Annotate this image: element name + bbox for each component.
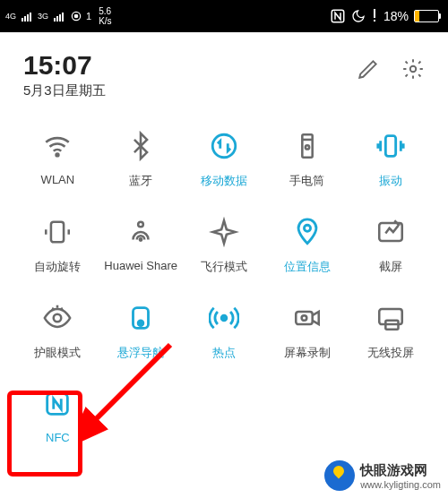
bluetooth-icon xyxy=(123,128,159,164)
svg-point-28 xyxy=(221,315,227,321)
tile-label: 移动数据 xyxy=(201,173,247,189)
tile-bluetooth[interactable]: 蓝牙 xyxy=(99,116,183,202)
gear-icon[interactable] xyxy=(401,57,425,81)
svg-rect-12 xyxy=(374,20,375,21)
svg-point-18 xyxy=(306,145,309,149)
tile-float-nav[interactable]: 悬浮导航 xyxy=(99,288,183,374)
svg-rect-3 xyxy=(30,13,31,21)
location-icon xyxy=(289,214,325,250)
nfc-tile-icon xyxy=(39,386,75,422)
svg-rect-7 xyxy=(62,13,64,21)
tile-label: 位置信息 xyxy=(284,259,331,275)
svg-rect-5 xyxy=(56,16,58,21)
svg-point-14 xyxy=(56,154,59,157)
svg-point-15 xyxy=(212,134,236,158)
tile-wlan[interactable]: WLAN xyxy=(16,116,99,202)
edit-icon[interactable] xyxy=(357,57,380,81)
svg-point-9 xyxy=(74,14,78,18)
svg-point-23 xyxy=(304,225,310,231)
vibrate-icon xyxy=(373,128,409,164)
watermark: 快眼游戏网 www.kyligting.com xyxy=(324,460,441,491)
watermark-logo-icon xyxy=(324,460,355,491)
airplane-icon xyxy=(206,214,242,250)
watermark-name: 快眼游戏网 xyxy=(360,462,427,477)
tile-label: 蓝牙 xyxy=(129,173,152,189)
panel-header: 15:07 5月3日星期五 xyxy=(16,45,432,116)
tile-wireless-cast[interactable]: 无线投屏 xyxy=(349,288,432,374)
tile-label: 护眼模式 xyxy=(34,345,81,361)
record-icon xyxy=(289,300,325,336)
tile-screenshot[interactable]: 截屏 xyxy=(349,202,432,288)
tile-label: Huawei Share xyxy=(104,259,177,272)
tile-label: 振动 xyxy=(379,173,402,189)
net-4g-label: 4G xyxy=(5,12,16,21)
svg-rect-6 xyxy=(59,14,61,21)
tile-mobile-data[interactable]: 移动数据 xyxy=(183,116,266,202)
float-nav-icon xyxy=(123,300,159,336)
tile-label: 热点 xyxy=(212,345,236,361)
battery-percent: 18% xyxy=(383,9,409,23)
tile-label: 自动旋转 xyxy=(34,259,81,275)
voice-icon xyxy=(70,10,82,22)
tile-vibrate[interactable]: 振动 xyxy=(349,116,432,202)
svg-point-22 xyxy=(138,222,143,228)
tile-hotspot[interactable]: 热点 xyxy=(183,288,266,374)
tile-label: WLAN xyxy=(41,173,75,186)
svg-rect-29 xyxy=(296,312,312,324)
tile-label: 截屏 xyxy=(379,259,402,275)
svg-point-30 xyxy=(301,315,306,321)
tile-eye-comfort[interactable]: 护眼模式 xyxy=(16,288,99,374)
tile-label: 屏幕录制 xyxy=(284,345,331,361)
tile-airplane[interactable]: 飞行模式 xyxy=(183,202,266,288)
time-date: 15:07 5月3日星期五 xyxy=(23,50,106,99)
eye-icon xyxy=(39,300,75,336)
status-bar: 4G 3G 1 5.6 K/s 18% xyxy=(0,0,448,32)
svg-point-27 xyxy=(138,321,143,326)
cast-icon xyxy=(373,300,409,336)
svg-rect-2 xyxy=(27,14,29,21)
rotate-lock-icon xyxy=(39,214,75,250)
tile-screen-record[interactable]: 屏幕录制 xyxy=(265,288,349,374)
tile-label: 悬浮导航 xyxy=(117,345,164,361)
tile-label: 无线投屏 xyxy=(367,345,414,361)
nfc-icon xyxy=(330,8,346,24)
tile-huawei-share[interactable]: Huawei Share xyxy=(99,202,183,288)
svg-rect-19 xyxy=(385,136,395,157)
quick-settings-panel: 15:07 5月3日星期五 WLAN 蓝牙 移动数据 手电筒 振动 xyxy=(5,32,443,467)
signal-bars-icon xyxy=(22,11,34,21)
status-right: 18% xyxy=(330,8,439,24)
battery-alert-icon xyxy=(371,9,378,23)
screenshot-icon xyxy=(373,214,409,250)
tiles-grid: WLAN 蓝牙 移动数据 手电筒 振动 自动旋转 Huawei Share xyxy=(16,116,432,459)
net-3g-label: 3G xyxy=(38,12,48,21)
moon-icon xyxy=(351,9,366,23)
tile-flashlight[interactable]: 手电筒 xyxy=(265,116,349,202)
tile-label: NFC xyxy=(46,431,70,444)
flashlight-icon xyxy=(289,128,325,164)
svg-rect-1 xyxy=(24,16,26,21)
notif-count: 1 xyxy=(86,11,91,21)
signal-bars-icon xyxy=(54,11,66,21)
clock-time: 15:07 xyxy=(23,50,106,81)
svg-rect-11 xyxy=(374,9,375,18)
svg-point-21 xyxy=(140,238,142,240)
mobile-data-icon xyxy=(206,128,242,164)
tile-auto-rotate[interactable]: 自动旋转 xyxy=(16,202,99,288)
tile-nfc[interactable]: NFC xyxy=(16,374,99,459)
svg-rect-0 xyxy=(22,18,23,21)
share-icon xyxy=(123,214,159,250)
watermark-url: www.kyligting.com xyxy=(360,479,441,490)
clock-date: 5月3日星期五 xyxy=(23,82,106,99)
battery-icon xyxy=(414,10,439,22)
svg-point-25 xyxy=(54,314,62,322)
svg-rect-20 xyxy=(51,222,64,243)
net-speed: 5.6 K/s xyxy=(99,6,111,26)
status-left: 4G 3G 1 5.6 K/s xyxy=(5,6,112,26)
svg-point-13 xyxy=(410,66,417,73)
tile-label: 手电筒 xyxy=(289,173,324,189)
svg-rect-4 xyxy=(54,18,56,21)
hotspot-icon xyxy=(206,300,242,336)
tile-location[interactable]: 位置信息 xyxy=(265,202,349,288)
wifi-icon xyxy=(39,128,75,164)
tile-label: 飞行模式 xyxy=(201,259,247,275)
